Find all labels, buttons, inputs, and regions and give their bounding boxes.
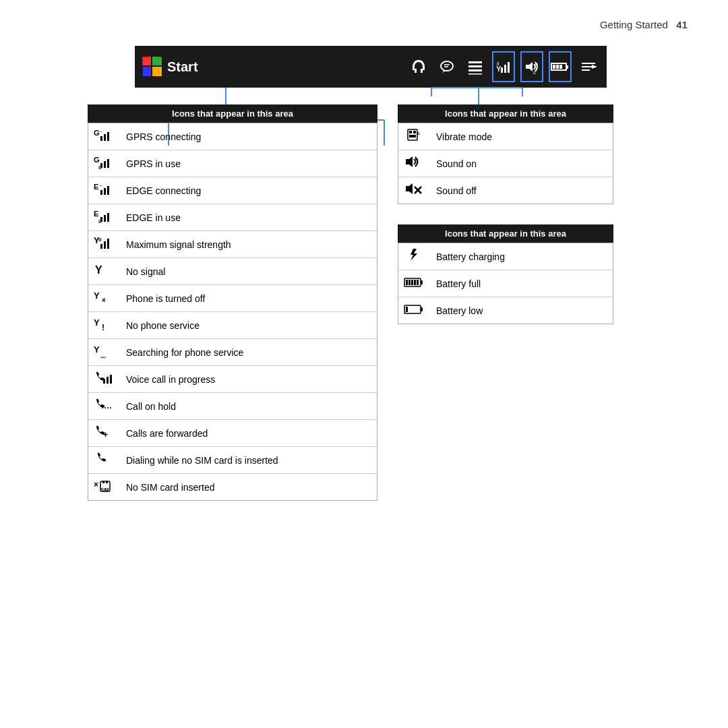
svg-rect-25 [566, 65, 568, 69]
call-hold-label: Call on hold [121, 393, 377, 420]
vibrate-icon: ≈ [398, 123, 431, 150]
max-signal-icon: Y il [88, 231, 121, 258]
table-row: Sound off [398, 177, 613, 204]
table-row: Call on hold [88, 393, 377, 420]
svg-text:+: + [103, 430, 108, 439]
notification-icon[interactable] [577, 51, 600, 82]
table-row: Battery full [398, 270, 613, 297]
svg-rect-76 [107, 377, 109, 384]
svg-rect-99 [411, 280, 413, 285]
svg-text:...: ... [100, 352, 107, 358]
edge-connecting-label: EDGE connecting [121, 177, 377, 204]
svg-rect-103 [421, 307, 423, 311]
svg-text:il: il [98, 237, 101, 243]
table-row: Dialing while no SIM card is inserted [88, 447, 377, 474]
svg-rect-45 [100, 136, 102, 141]
table-row: Battery charging [398, 243, 613, 270]
svg-rect-18 [504, 65, 506, 73]
no-sim-dialing-label: Dialing while no SIM card is inserted [121, 447, 377, 474]
svg-rect-17 [501, 67, 503, 73]
svg-text:il: il [497, 61, 499, 67]
no-sim-dialing-icon [88, 447, 121, 474]
battery-full-label: Battery full [431, 270, 613, 297]
svg-rect-60 [104, 215, 106, 222]
calls-forwarded-label: Calls are forwarded [121, 420, 377, 447]
phone-off-label: Phone is turned off [121, 285, 377, 312]
taskbar-icons: Y il ≤ [407, 51, 600, 82]
searching-icon: Y ... [88, 339, 121, 366]
table-row: Y il Maximum signal strength [88, 231, 377, 258]
svg-rect-15 [468, 73, 482, 75]
table-row: Battery low [398, 297, 613, 324]
svg-rect-64 [100, 244, 102, 249]
svg-rect-57 [107, 186, 109, 195]
voice-call-icon [88, 366, 121, 393]
svg-rect-88 [409, 135, 416, 138]
svg-rect-14 [468, 69, 482, 71]
svg-rect-13 [468, 65, 482, 67]
svg-text:≤: ≤ [533, 70, 536, 75]
sound-off-icon [398, 177, 431, 204]
main-content: Icons that appear in this area G → [88, 104, 613, 501]
calls-forwarded-icon: + [88, 420, 121, 447]
right-top-header: Icons that appear in this area [398, 104, 613, 123]
svg-rect-104 [406, 307, 408, 312]
svg-text:→: → [98, 183, 103, 189]
svg-rect-26 [553, 65, 555, 69]
left-section: Icons that appear in this area G → [88, 104, 377, 501]
svg-text:il: il [98, 164, 101, 169]
left-table-wrapper: G → GPRS connecting [88, 123, 377, 501]
table-row: Sound on [398, 150, 613, 177]
svg-text:≈: ≈ [417, 130, 420, 137]
table-row: + Calls are forwarded [88, 420, 377, 447]
vibrate-label: Vibrate mode [431, 123, 613, 150]
svg-rect-51 [107, 159, 109, 168]
svg-rect-75 [103, 379, 105, 384]
svg-rect-19 [508, 62, 510, 73]
voice-call-label: Voice call in progress [121, 366, 377, 393]
message-icon[interactable] [435, 51, 458, 82]
svg-point-8 [441, 61, 453, 71]
start-button[interactable]: Start [142, 56, 198, 78]
gprs-connecting-icon: G → [88, 123, 121, 150]
call-hold-icon [88, 393, 121, 420]
svg-text:×: × [102, 297, 106, 304]
svg-text:E: E [94, 210, 98, 218]
svg-rect-46 [104, 134, 106, 141]
battery-low-label: Battery low [431, 297, 613, 324]
svg-rect-87 [413, 131, 416, 133]
menu-icon[interactable] [464, 51, 487, 82]
right-top-table: ≈ Vibrate mode [398, 123, 613, 204]
volume-icon[interactable]: ≤ [520, 51, 543, 82]
right-top-section: Icons that appear in this area ≈ [398, 104, 613, 204]
windows-logo-icon [142, 56, 163, 78]
max-signal-label: Maximum signal strength [121, 231, 377, 258]
signal-icon[interactable]: Y il [492, 51, 515, 82]
svg-marker-6 [143, 67, 151, 76]
svg-marker-7 [152, 67, 162, 76]
svg-rect-101 [417, 280, 419, 285]
table-row: G il GPRS in use [88, 150, 377, 177]
svg-rect-56 [104, 188, 106, 195]
right-bottom-section: Icons that appear in this area Battery c… [398, 224, 613, 324]
edge-connecting-icon: E → [88, 177, 121, 204]
table-row: × SIM No SIM card inserted [88, 474, 377, 501]
svg-text:Y: Y [95, 264, 102, 276]
phone-off-icon: Y × [88, 285, 121, 312]
sound-on-label: Sound on [431, 150, 613, 177]
svg-rect-55 [100, 190, 102, 195]
battery-icon[interactable] [549, 51, 572, 82]
battery-low-icon [398, 297, 431, 324]
no-sim-label: No SIM card inserted [121, 474, 377, 501]
table-row: Y ! No phone service [88, 312, 377, 339]
svg-text:×: × [94, 480, 98, 489]
gprs-in-use-icon: G il [88, 150, 121, 177]
searching-label: Searching for phone service [121, 339, 377, 366]
left-section-header: Icons that appear in this area [88, 104, 377, 123]
table-row: Y ... Searching for phone service [88, 339, 377, 366]
right-column: Icons that appear in this area ≈ [398, 104, 613, 501]
sound-off-label: Sound off [431, 177, 613, 204]
left-icon-table: G → GPRS connecting [88, 123, 377, 500]
no-phone-service-label: No phone service [121, 312, 377, 339]
headphone-icon[interactable] [407, 51, 430, 82]
